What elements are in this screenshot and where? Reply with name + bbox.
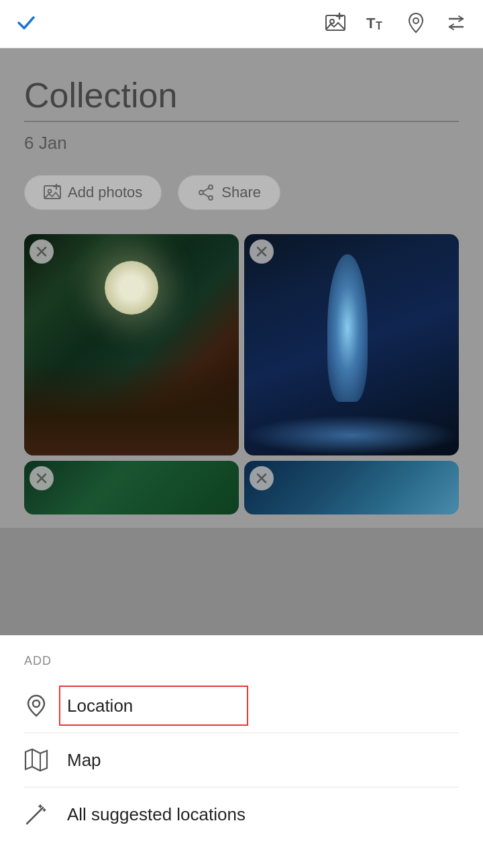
add-photo-icon[interactable]	[325, 12, 346, 36]
photo-cell-bottom-right	[244, 461, 459, 514]
sort-icon[interactable]	[445, 12, 467, 36]
add-photos-button[interactable]: Add photos	[24, 175, 162, 210]
checkmark-icon[interactable]	[16, 13, 36, 36]
photo-cell-water	[244, 234, 459, 455]
svg-point-26	[33, 700, 40, 707]
svg-line-17	[203, 194, 209, 197]
svg-marker-27	[25, 749, 47, 771]
svg-rect-0	[326, 15, 345, 30]
bottom-sheet-item-suggested[interactable]: All suggested locations	[0, 788, 483, 841]
location-item-label: Location	[67, 696, 133, 716]
share-label: Share	[221, 184, 261, 201]
main-content: Collection 6 Jan Add photos Share	[0, 48, 483, 528]
share-button[interactable]: Share	[178, 175, 280, 210]
photo-bottom-left-image	[24, 461, 239, 514]
svg-line-31	[27, 821, 30, 824]
svg-point-1	[330, 19, 334, 23]
photo-water-image	[244, 234, 459, 455]
photo-grid	[24, 234, 459, 514]
action-buttons: Add photos Share	[24, 175, 459, 210]
svg-point-13	[209, 185, 213, 189]
top-bar: T T	[0, 0, 483, 48]
remove-forest-button[interactable]	[30, 239, 54, 264]
photo-cell-bottom-left	[24, 461, 239, 514]
location-pin-icon[interactable]	[405, 12, 427, 36]
magic-wand-menu-icon	[24, 802, 48, 826]
remove-water-button[interactable]	[250, 239, 274, 264]
svg-point-10	[48, 190, 52, 193]
toolbar-actions: T T	[325, 12, 467, 36]
collection-title: Collection	[24, 75, 459, 122]
location-pin-menu-icon	[24, 694, 48, 718]
svg-line-16	[203, 188, 209, 192]
suggested-item-label: All suggested locations	[67, 804, 246, 825]
remove-bottom-right-button[interactable]	[250, 466, 274, 490]
photo-bottom-right-image	[244, 461, 459, 514]
svg-point-15	[199, 191, 203, 195]
text-format-icon[interactable]: T T	[365, 12, 386, 36]
bottom-sheet-item-map[interactable]: Map	[0, 733, 483, 787]
svg-line-30	[30, 808, 43, 821]
svg-text:T: T	[366, 15, 376, 32]
svg-text:T: T	[376, 20, 382, 32]
bottom-sheet-section-label: ADD	[0, 654, 483, 679]
svg-point-6	[413, 18, 419, 23]
bottom-sheet: ADD Location Map All suggeste	[0, 635, 483, 868]
photo-forest-image	[24, 234, 239, 455]
add-photos-label: Add photos	[68, 184, 142, 201]
map-menu-icon	[24, 748, 48, 772]
svg-point-14	[209, 196, 213, 200]
photo-cell-forest	[24, 234, 239, 455]
collection-date: 6 Jan	[24, 133, 459, 154]
map-item-label: Map	[67, 750, 101, 771]
bottom-sheet-item-location[interactable]: Location	[0, 679, 483, 733]
remove-bottom-left-button[interactable]	[30, 466, 54, 490]
